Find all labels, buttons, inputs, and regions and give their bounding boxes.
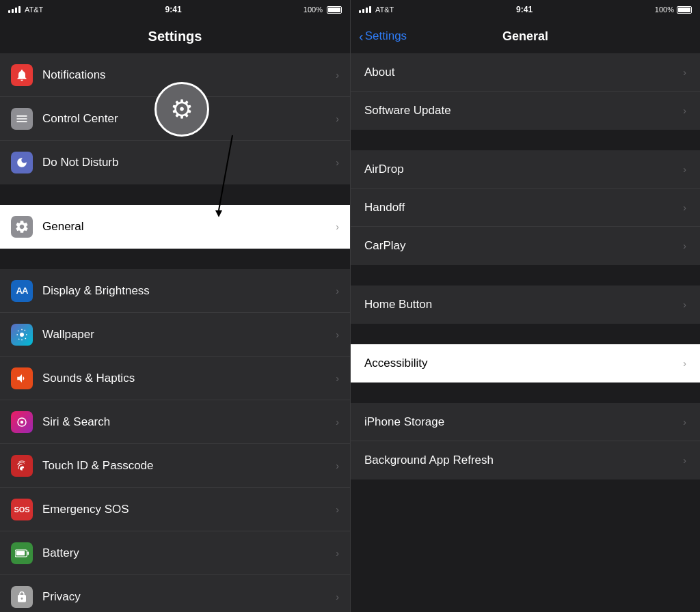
- right-item-about[interactable]: About ›: [351, 53, 700, 92]
- battery-chevron: ›: [336, 548, 339, 559]
- background-app-refresh-chevron: ›: [683, 455, 686, 466]
- control-center-label: Control Center: [42, 112, 336, 126]
- wallpaper-label: Wallpaper: [42, 328, 336, 342]
- display-icon: AA: [11, 280, 33, 302]
- general-icon: [11, 216, 33, 238]
- right-section-1: About › Software Update ›: [351, 53, 700, 130]
- accessibility-chevron: ›: [683, 358, 686, 369]
- settings-list: Notifications › Control Center › D: [0, 53, 350, 612]
- privacy-icon: [11, 586, 33, 608]
- right-spacer-4: [351, 384, 700, 403]
- home-button-chevron: ›: [683, 299, 686, 310]
- right-item-background-app-refresh[interactable]: Background App Refresh ›: [351, 441, 700, 479]
- item-do-not-disturb[interactable]: Do Not Disturb ›: [0, 141, 350, 184]
- left-panel: AT&T 9:41 100% Settings ⚙: [0, 0, 350, 612]
- status-right: 100%: [304, 5, 342, 14]
- item-notifications[interactable]: Notifications ›: [0, 53, 350, 97]
- battery-percent: 100%: [304, 5, 323, 14]
- software-update-label: Software Update: [364, 104, 683, 117]
- right-battery-icon: [677, 6, 692, 14]
- svg-point-2: [20, 333, 24, 337]
- back-label: Settings: [365, 29, 407, 43]
- left-status-bar: AT&T 9:41 100%: [0, 0, 350, 19]
- iphone-storage-chevron: ›: [683, 417, 686, 428]
- right-section-4: Accessibility ›: [351, 344, 700, 382]
- right-item-software-update[interactable]: Software Update ›: [351, 92, 700, 130]
- right-section-5: iPhone Storage › Background App Refresh …: [351, 403, 700, 479]
- spacer-2: [0, 250, 350, 269]
- back-button[interactable]: ‹ Settings: [359, 29, 407, 44]
- right-item-carplay[interactable]: CarPlay ›: [351, 227, 700, 265]
- svg-rect-6: [16, 551, 25, 555]
- control-center-chevron: ›: [336, 113, 339, 124]
- section-2: General ›: [0, 205, 350, 249]
- emergency-sos-chevron: ›: [336, 504, 339, 515]
- siri-label: Siri & Search: [42, 415, 336, 429]
- sounds-icon: [11, 367, 33, 389]
- airdrop-chevron: ›: [683, 164, 686, 175]
- right-section-3: Home Button ›: [351, 286, 700, 324]
- item-battery[interactable]: Battery ›: [0, 531, 350, 575]
- battery-icon: [327, 6, 342, 14]
- right-status-right: 100%: [655, 5, 692, 14]
- item-control-center[interactable]: Control Center ›: [0, 97, 350, 141]
- item-emergency-sos[interactable]: SOS Emergency SOS ›: [0, 488, 350, 531]
- right-item-home-button[interactable]: Home Button ›: [351, 286, 700, 324]
- do-not-disturb-label: Do Not Disturb: [42, 156, 336, 169]
- accessibility-label: Accessibility: [364, 357, 683, 370]
- signal-icon: [8, 6, 21, 13]
- wallpaper-icon: [11, 324, 33, 346]
- emergency-sos-label: Emergency SOS: [42, 503, 336, 516]
- carplay-label: CarPlay: [364, 239, 683, 253]
- about-chevron: ›: [683, 67, 686, 78]
- section-3: AA Display & Brightness › Wallpaper ›: [0, 269, 350, 612]
- airdrop-label: AirDrop: [364, 163, 683, 176]
- right-battery-pct: 100%: [655, 5, 674, 14]
- status-left: AT&T: [8, 5, 43, 14]
- item-siri-search[interactable]: Siri & Search ›: [0, 400, 350, 444]
- display-chevron: ›: [336, 286, 339, 296]
- right-status-left: AT&T: [359, 5, 394, 14]
- settings-title: Settings: [148, 29, 202, 44]
- item-sounds-haptics[interactable]: Sounds & Haptics ›: [0, 357, 350, 400]
- right-spacer-1: [351, 131, 700, 150]
- privacy-chevron: ›: [336, 592, 339, 602]
- time-label: 9:41: [165, 5, 182, 14]
- right-item-airdrop[interactable]: AirDrop ›: [351, 150, 700, 189]
- sounds-label: Sounds & Haptics: [42, 372, 336, 385]
- background-app-refresh-label: Background App Refresh: [364, 454, 683, 467]
- right-spacer-2: [351, 266, 700, 286]
- touch-id-icon: [11, 455, 33, 477]
- touch-id-chevron: ›: [336, 460, 339, 471]
- left-page-header: Settings: [0, 19, 350, 53]
- general-settings-list: About › Software Update › AirDrop › Hand…: [351, 53, 700, 612]
- item-wallpaper[interactable]: Wallpaper ›: [0, 313, 350, 357]
- back-arrow-icon: ‹: [359, 29, 364, 44]
- about-label: About: [364, 66, 683, 79]
- section-1: Notifications › Control Center › D: [0, 53, 350, 184]
- notifications-label: Notifications: [42, 68, 336, 82]
- touch-id-label: Touch ID & Passcode: [42, 459, 336, 473]
- home-button-label: Home Button: [364, 298, 683, 311]
- right-item-iphone-storage[interactable]: iPhone Storage ›: [351, 403, 700, 441]
- emergency-sos-icon: SOS: [11, 499, 33, 520]
- right-item-handoff[interactable]: Handoff ›: [351, 189, 700, 227]
- sounds-chevron: ›: [336, 373, 339, 384]
- spacer-1: [0, 186, 350, 205]
- wallpaper-chevron: ›: [336, 329, 339, 340]
- battery-icon: [11, 542, 33, 564]
- item-display-brightness[interactable]: AA Display & Brightness ›: [0, 269, 350, 313]
- right-spacer-3: [351, 325, 700, 344]
- siri-chevron: ›: [336, 417, 339, 428]
- control-center-icon: [11, 108, 33, 130]
- general-page-title: General: [502, 29, 548, 44]
- item-touch-id[interactable]: Touch ID & Passcode ›: [0, 444, 350, 488]
- item-general[interactable]: General ›: [0, 205, 350, 249]
- right-item-accessibility[interactable]: Accessibility ›: [351, 344, 700, 382]
- software-update-chevron: ›: [683, 105, 686, 116]
- item-privacy[interactable]: Privacy ›: [0, 575, 350, 612]
- handoff-label: Handoff: [364, 201, 683, 214]
- right-nav: ‹ Settings General: [351, 19, 700, 53]
- right-status-bar: AT&T 9:41 100%: [351, 0, 700, 19]
- right-signal-icon: [359, 6, 371, 13]
